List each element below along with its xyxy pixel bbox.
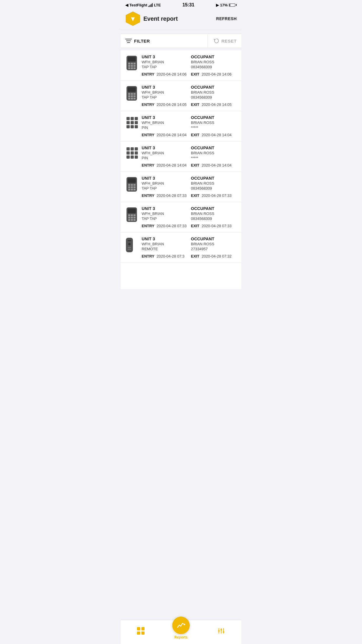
svg-rect-8 — [131, 63, 133, 64]
event-entry: ENTRY 2020-04-28 14:04 — [142, 163, 187, 167]
svg-rect-26 — [133, 98, 136, 99]
svg-rect-52 — [133, 186, 136, 188]
svg-rect-22 — [131, 95, 133, 97]
svg-rect-27 — [126, 117, 130, 120]
event-info-left: UNIT 3 WFH_BRIAN TAP TAP — [142, 176, 187, 190]
device-name: WFH_BRIAN — [142, 181, 187, 186]
device-name: WFH_BRIAN — [142, 211, 187, 216]
nav-item-reports[interactable]: Reports — [161, 622, 201, 639]
filter-bar: FILTER RESET — [121, 34, 241, 48]
refresh-button[interactable]: REFRESH — [216, 16, 237, 21]
event-exit: EXIT 2020-04-28 14:05 — [191, 102, 237, 107]
device-method: REMOTE — [142, 247, 187, 251]
unit-name: UNIT 3 — [142, 85, 187, 90]
table-row: UNIT 3 WFH_BRIAN REMOTE OCCUPANT BRIAN R… — [121, 232, 241, 263]
svg-rect-40 — [131, 151, 134, 155]
event-info-left: UNIT 3 WFH_BRIAN TAP TAP — [142, 55, 187, 69]
svg-rect-80 — [218, 630, 220, 631]
svg-rect-82 — [223, 631, 224, 633]
event-info-left: UNIT 3 WFH_BRIAN REMOTE — [142, 237, 187, 251]
sliders-icon — [217, 626, 226, 636]
occupant-label: OCCUPANT — [191, 206, 237, 211]
battery-percent: 17% — [220, 3, 228, 7]
occupant-label: OCCUPANT — [191, 85, 237, 90]
device-icon — [125, 55, 138, 68]
entry-time: 2020-04-28 14:04 — [157, 133, 187, 137]
device-method: TAP TAP — [142, 95, 187, 99]
device-name: WFH_BRIAN — [142, 60, 187, 64]
occupant-code: ***** — [191, 125, 237, 130]
occupant-name: BRIAN ROSS — [191, 90, 237, 94]
bottom-nav: Reports — [121, 620, 241, 644]
svg-rect-38 — [135, 147, 138, 150]
svg-rect-43 — [131, 155, 134, 159]
svg-rect-65 — [131, 219, 133, 221]
reset-label: RESET — [221, 38, 237, 43]
exit-time: 2020-04-28 07:32 — [202, 254, 232, 258]
svg-rect-62 — [131, 217, 133, 218]
nav-item-grid[interactable] — [121, 626, 161, 636]
event-entry: ENTRY 2020-04-28 14:05 — [142, 102, 187, 107]
svg-rect-47 — [128, 184, 130, 186]
event-info-left: UNIT 3 WFH_BRIAN TAP TAP — [142, 206, 187, 221]
occupant-name: BRIAN ROSS — [191, 120, 237, 125]
svg-point-76 — [184, 624, 185, 625]
svg-rect-66 — [133, 219, 136, 221]
svg-rect-10 — [128, 65, 130, 67]
table-row: UNIT 3 WFH_BRIAN TAP TAP OCCUPANT BRIAN … — [121, 172, 241, 202]
svg-rect-11 — [131, 65, 133, 67]
entry-time: 2020-04-28 14:05 — [157, 102, 187, 107]
svg-rect-19 — [131, 93, 133, 95]
occupant-label: OCCUPANT — [191, 146, 237, 150]
table-row: UNIT 3 WFH_BRIAN TAP TAP OCCUPANT BRIAN … — [121, 202, 241, 232]
exit-time: 2020-04-28 14:05 — [202, 102, 232, 107]
svg-rect-24 — [128, 98, 130, 99]
device-icon — [125, 85, 138, 98]
table-row: UNIT 3 WFH_BRIAN TAP TAP OCCUPANT BRIAN … — [121, 50, 241, 81]
reset-button[interactable]: RESET — [208, 34, 237, 48]
occupant-label: OCCUPANT — [191, 55, 237, 59]
svg-rect-81 — [220, 629, 222, 630]
keypad-device-icon — [125, 207, 138, 223]
device-method: TAP TAP — [142, 65, 187, 69]
svg-rect-17 — [128, 87, 136, 92]
exit-time: 2020-04-28 14:04 — [202, 163, 232, 167]
svg-rect-60 — [133, 214, 136, 216]
occupant-name: BRIAN ROSS — [191, 60, 237, 64]
svg-rect-36 — [126, 147, 130, 150]
svg-rect-64 — [128, 219, 130, 221]
event-exit: EXIT 2020-04-28 14:04 — [191, 163, 237, 167]
event-info-right: OCCUPANT BRIAN ROSS 27334957 — [191, 237, 237, 251]
svg-rect-25 — [131, 98, 133, 99]
status-bar: ◀ TestFlight LTE 15:31 ▶ 17% — [121, 0, 241, 9]
table-row: UNIT 3 WFH_BRIAN PIN OCCUPANT BRIAN ROSS… — [121, 141, 241, 172]
signal-bars — [148, 3, 153, 7]
exit-label: EXIT — [191, 254, 199, 258]
pin-device-icon — [125, 146, 138, 159]
filter-button[interactable]: FILTER — [125, 34, 208, 48]
device-method: TAP TAP — [142, 216, 187, 221]
entry-label: ENTRY — [142, 72, 154, 76]
reports-center-button[interactable] — [172, 617, 190, 634]
entry-time: 2020-04-28 14:04 — [157, 163, 187, 167]
device-method: TAP TAP — [142, 186, 187, 190]
occupant-name: BRIAN ROSS — [191, 151, 237, 155]
event-entry: ENTRY 2020-04-28 14:04 — [142, 133, 187, 137]
svg-rect-9 — [133, 63, 136, 64]
event-info-right: OCCUPANT BRIAN ROSS 0834568309 — [191, 85, 237, 99]
occupant-code: 0834568309 — [191, 95, 237, 99]
event-info-right: OCCUPANT BRIAN ROSS ***** — [191, 115, 237, 130]
svg-rect-50 — [128, 186, 130, 188]
svg-rect-39 — [126, 151, 130, 155]
battery-indicator — [229, 4, 237, 7]
svg-rect-68 — [128, 240, 131, 241]
page-title: Event report — [143, 15, 178, 22]
svg-rect-44 — [135, 155, 138, 159]
event-list: UNIT 3 WFH_BRIAN TAP TAP OCCUPANT BRIAN … — [121, 50, 241, 289]
event-info-right: OCCUPANT BRIAN ROSS 0834568309 — [191, 206, 237, 221]
svg-rect-55 — [133, 189, 136, 190]
nav-item-filters[interactable] — [201, 626, 241, 636]
occupant-code: 0834568309 — [191, 65, 237, 69]
keypad-device-icon — [125, 55, 138, 71]
unit-name: UNIT 3 — [142, 115, 187, 120]
